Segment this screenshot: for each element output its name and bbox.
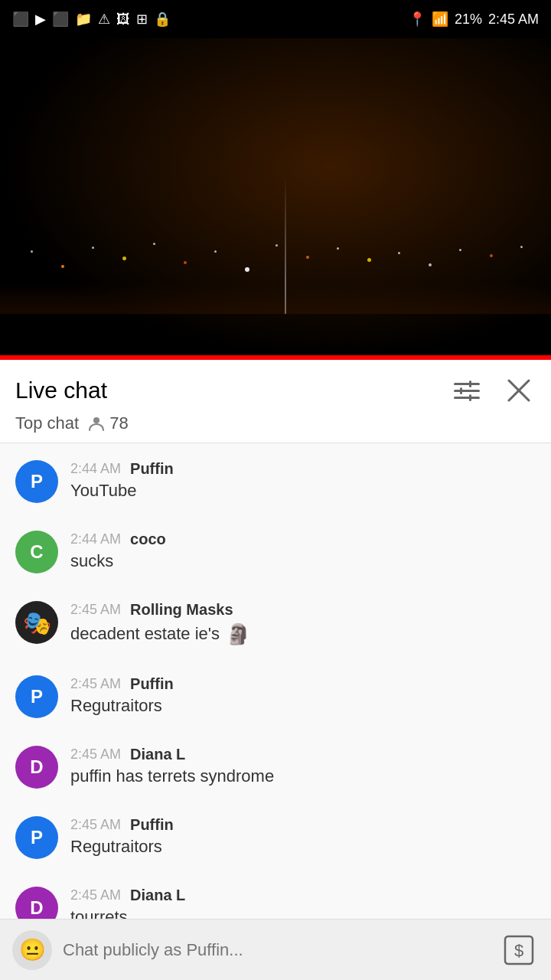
avatar-letter: D	[30, 756, 43, 778]
message-meta: 2:45 AM Diana L	[70, 887, 536, 904]
svg-point-8	[93, 417, 99, 423]
message-content: 2:45 AM Diana L puffin has terrets syndr…	[70, 746, 536, 789]
svg-rect-0	[454, 383, 480, 385]
close-icon-button[interactable]	[502, 374, 536, 407]
message-meta: 2:45 AM Puffin	[70, 675, 536, 693]
svg-rect-2	[454, 397, 480, 399]
svg-text:$: $	[514, 941, 523, 960]
svg-rect-4	[460, 387, 462, 394]
app-icon-photo: 🖼	[116, 11, 130, 28]
svg-rect-3	[469, 381, 471, 387]
viewer-icon	[88, 415, 105, 432]
message-time: 2:45 AM	[70, 746, 121, 763]
user-avatar: D	[15, 746, 58, 789]
message-text: YouTube	[70, 479, 536, 503]
chat-message-5: D 2:45 AM Diana L puffin has terrets syn…	[0, 732, 551, 802]
message-meta: 2:44 AM coco	[70, 531, 536, 548]
message-text: decadent estate ie's🗿	[70, 620, 536, 648]
clock: 2:45 AM	[488, 11, 539, 28]
mask-avatar-icon: 🎭	[23, 609, 51, 636]
message-time: 2:45 AM	[70, 676, 121, 692]
chat-message-2: C 2:44 AM coco sucks	[0, 517, 551, 587]
message-username: Diana L	[130, 746, 185, 763]
message-time: 2:45 AM	[70, 602, 121, 618]
message-username: Puffin	[130, 675, 174, 693]
svg-rect-1	[454, 390, 480, 392]
message-text: Regutraitors	[70, 694, 536, 718]
message-time: 2:45 AM	[70, 887, 121, 903]
message-username: Puffin	[130, 460, 174, 478]
avatar-letter: P	[31, 686, 43, 707]
avatar-letter: P	[31, 827, 43, 848]
message-text: sucks	[70, 550, 536, 573]
live-chat-panel: Live chat	[0, 360, 551, 980]
app-icon-folder: 📁	[75, 11, 92, 28]
user-avatar: 🎭	[15, 601, 58, 644]
filter-icon-button[interactable]	[450, 374, 484, 407]
message-meta: 2:45 AM Puffin	[70, 816, 536, 834]
header-icons-group	[450, 374, 536, 407]
wifi-icon: 📶	[432, 11, 448, 28]
message-content: 2:44 AM Puffin YouTube	[70, 460, 536, 503]
city-lights-overlay	[0, 222, 551, 314]
message-username: Rolling Masks	[130, 601, 233, 619]
viewer-count-group: 78	[88, 413, 128, 433]
user-avatar: C	[15, 531, 58, 573]
message-username: coco	[130, 531, 166, 548]
svg-rect-5	[469, 394, 471, 401]
message-meta: 2:45 AM Diana L	[70, 746, 536, 763]
video-player[interactable]	[0, 38, 551, 360]
top-chat-label: Top chat	[15, 413, 79, 433]
message-meta: 2:44 AM Puffin	[70, 460, 536, 478]
app-icon-lock: 🔒	[154, 11, 171, 28]
message-username: Puffin	[130, 816, 174, 834]
status-left-icons: ⬛ ▶ ⬛ 📁 ⚠ 🖼 ⊞ 🔒	[12, 11, 171, 28]
app-icon-m1: ⬛	[12, 11, 29, 28]
app-icon-yt: ▶	[35, 11, 46, 28]
message-content: 2:45 AM Rolling Masks decadent estate ie…	[70, 601, 536, 648]
message-text: Regutraitors	[70, 835, 536, 859]
app-icon-grid: ⊞	[136, 11, 148, 28]
live-chat-title: Live chat	[15, 377, 107, 403]
youtube-red-bar	[0, 355, 551, 360]
avatar-letter: D	[30, 897, 43, 919]
message-time: 2:44 AM	[70, 461, 121, 477]
status-right-info: 📍 📶 21% 2:45 AM	[409, 11, 539, 28]
message-time: 2:44 AM	[70, 531, 121, 547]
message-emoji: 🗿	[226, 620, 250, 648]
message-content: 2:45 AM Puffin Regutraitors	[70, 816, 536, 859]
status-bar: ⬛ ▶ ⬛ 📁 ⚠ 🖼 ⊞ 🔒 📍 📶 21% 2:45 AM	[0, 0, 551, 38]
avatar-letter: P	[31, 471, 43, 492]
chat-messages-list: P 2:44 AM Puffin YouTube C 2:44 AM coco	[0, 443, 551, 980]
location-icon: 📍	[409, 11, 425, 28]
video-background	[0, 38, 551, 360]
chat-input-field[interactable]	[63, 930, 488, 970]
app-icon-alert: ⚠	[98, 11, 110, 28]
chat-message-1: P 2:44 AM Puffin YouTube	[0, 446, 551, 517]
user-avatar: P	[15, 675, 58, 718]
message-content: 2:45 AM Puffin Regutraitors	[70, 675, 536, 718]
user-avatar: P	[15, 460, 58, 503]
chat-message-4: P 2:45 AM Puffin Regutraitors	[0, 662, 551, 732]
message-content: 2:44 AM coco sucks	[70, 531, 536, 573]
battery-text: 21%	[455, 11, 482, 28]
top-chat-row: Top chat 78	[0, 410, 551, 443]
user-avatar: P	[15, 816, 58, 859]
message-text: puffin has terrets syndrome	[70, 765, 536, 789]
emoji-picker-button[interactable]: 😐	[12, 930, 52, 970]
live-chat-header: Live chat	[0, 360, 551, 410]
viewer-number: 78	[109, 413, 128, 433]
message-time: 2:45 AM	[70, 817, 121, 833]
message-meta: 2:45 AM Rolling Masks	[70, 601, 536, 619]
message-username: Diana L	[130, 887, 185, 904]
emoji-icon: 😐	[19, 937, 46, 962]
chat-message-3: 🎭 2:45 AM Rolling Masks decadent estate …	[0, 587, 551, 662]
app-icon-m2: ⬛	[52, 11, 69, 28]
chat-input-bar: 😐 $	[0, 919, 551, 980]
send-button[interactable]: $	[499, 930, 539, 970]
avatar-letter: C	[30, 541, 43, 563]
chat-message-6: P 2:45 AM Puffin Regutraitors	[0, 802, 551, 873]
